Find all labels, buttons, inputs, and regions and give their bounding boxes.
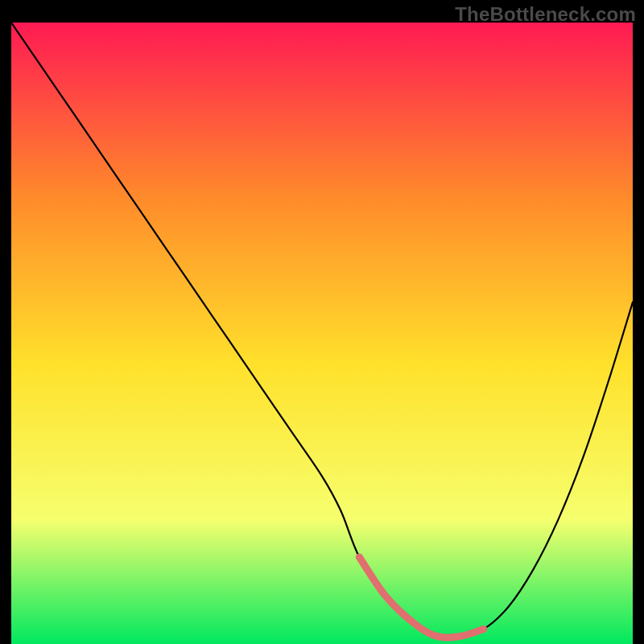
chart-svg [11, 23, 633, 644]
stage: TheBottleneck.com [0, 0, 644, 644]
chart-area [11, 23, 633, 644]
plot-background [11, 23, 633, 644]
